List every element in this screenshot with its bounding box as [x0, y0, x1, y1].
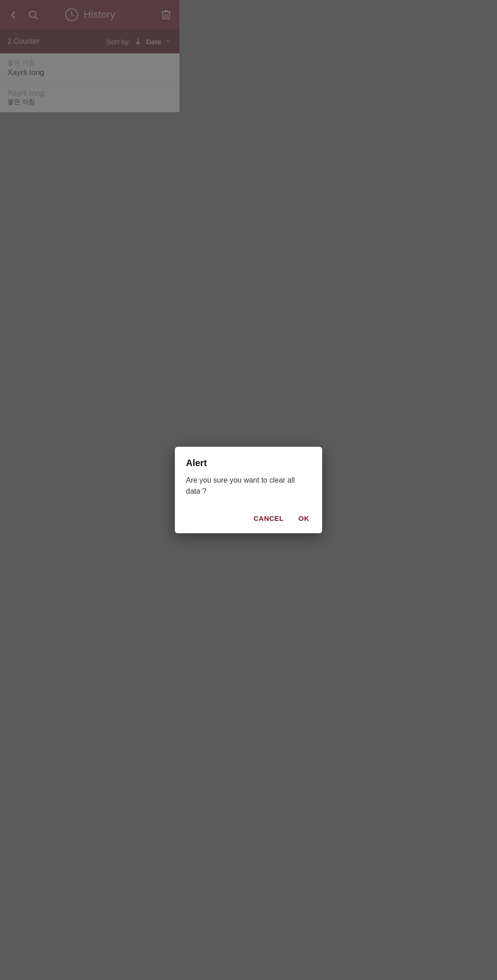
overlay: Alert Are you sure you want to clear all… — [0, 0, 179, 377]
